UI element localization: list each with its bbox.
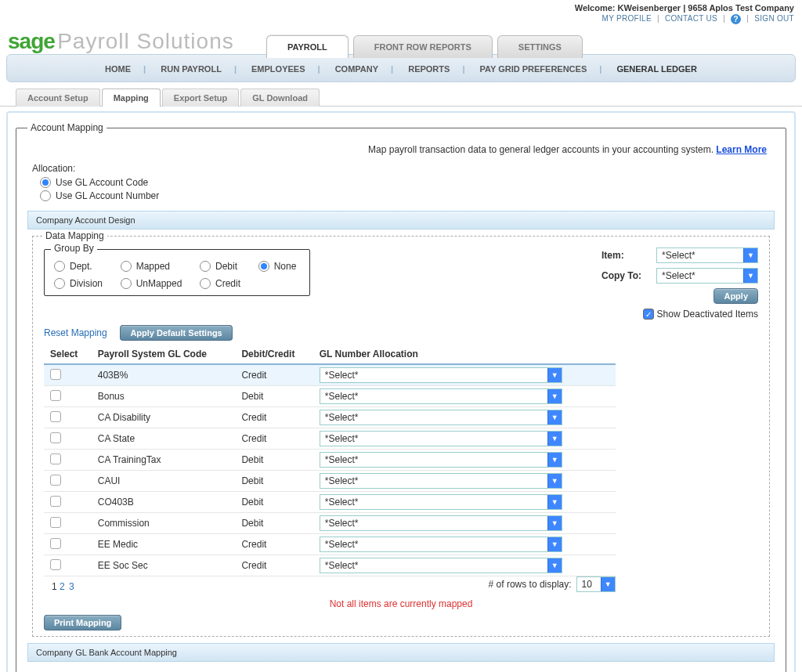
- row-dc: Debit: [235, 386, 312, 407]
- menu-reports[interactable]: REPORTS: [402, 64, 456, 74]
- row-checkbox[interactable]: [50, 390, 61, 401]
- radio-gl-account-code[interactable]: [40, 177, 51, 188]
- row-checkbox[interactable]: [50, 432, 61, 443]
- table-row: CA DisabilityCredit*Select*▼: [44, 407, 616, 428]
- col-code: Payroll System GL Code: [92, 345, 236, 364]
- row-gl-select[interactable]: *Select*▼: [320, 388, 562, 404]
- allocation-title: Allocation:: [32, 163, 775, 174]
- col-gl: GL Number Allocation: [313, 345, 616, 364]
- page-1[interactable]: 1: [52, 581, 57, 592]
- radio-none[interactable]: [258, 261, 269, 272]
- table-row: 403B%Credit*Select*▼: [44, 364, 616, 386]
- menu-home[interactable]: HOME: [99, 64, 137, 74]
- table-row: CA TrainingTaxDebit*Select*▼: [44, 450, 616, 471]
- radio-credit[interactable]: [200, 278, 211, 289]
- menu-employees[interactable]: EMPLOYEES: [245, 64, 311, 74]
- table-row: CommissionDebit*Select*▼: [44, 513, 616, 534]
- subtab-mapping[interactable]: Mapping: [102, 89, 161, 107]
- group-by-box: Group By Dept. Mapped Debit None Divisio…: [44, 249, 310, 296]
- brand-sage: sage: [8, 29, 55, 54]
- row-checkbox[interactable]: [50, 559, 61, 570]
- radio-gl-account-number[interactable]: [40, 190, 51, 201]
- menu-run-payroll[interactable]: RUN PAYROLL: [154, 64, 228, 74]
- checkbox-show-deactivated[interactable]: ✓: [643, 309, 654, 320]
- row-dc: Debit: [235, 513, 312, 534]
- tab-front-row-reports[interactable]: FRONT ROW REPORTS: [353, 35, 493, 58]
- row-dc: Credit: [235, 407, 312, 428]
- row-dc: Debit: [235, 492, 312, 513]
- chevron-down-icon: ▼: [547, 537, 562, 551]
- mapping-table: Select Payroll System GL Code Debit/Cred…: [44, 345, 616, 576]
- print-mapping-button[interactable]: Print Mapping: [44, 615, 121, 630]
- row-gl-select[interactable]: *Select*▼: [320, 367, 562, 383]
- row-checkbox[interactable]: [50, 369, 61, 380]
- apply-default-settings-button[interactable]: Apply Default Settings: [120, 325, 232, 341]
- row-gl-select[interactable]: *Select*▼: [320, 410, 562, 425]
- row-gl-select[interactable]: *Select*▼: [320, 452, 562, 468]
- row-code: CAUI: [92, 471, 236, 492]
- rows-display-select[interactable]: 10 ▼: [576, 576, 616, 592]
- sign-out-link[interactable]: SIGN OUT: [754, 14, 794, 23]
- radio-unmapped[interactable]: [121, 278, 132, 289]
- row-gl-select[interactable]: *Select*▼: [320, 473, 562, 489]
- subtab-gl-download[interactable]: GL Download: [240, 89, 320, 107]
- row-code: CA TrainingTax: [92, 450, 236, 471]
- subtab-account-setup[interactable]: Account Setup: [16, 89, 100, 107]
- data-mapping-legend: Data Mapping: [42, 230, 107, 241]
- my-profile-link[interactable]: MY PROFILE: [602, 14, 652, 23]
- page-3[interactable]: 3: [69, 581, 74, 592]
- tab-settings[interactable]: SETTINGS: [497, 35, 583, 58]
- page-2[interactable]: 2: [60, 581, 65, 592]
- select-copy-to[interactable]: *Select* ▼: [656, 268, 758, 284]
- learn-more-link[interactable]: Learn More: [716, 144, 767, 155]
- welcome-prefix: Welcome:: [575, 3, 616, 13]
- row-dc: Credit: [235, 534, 312, 555]
- chevron-down-icon: ▼: [743, 248, 757, 262]
- right-controls: Item: *Select* ▼ Copy To: *Select* ▼ App…: [602, 247, 758, 320]
- row-gl-select[interactable]: *Select*▼: [320, 515, 562, 531]
- row-dc: Credit: [235, 555, 312, 576]
- bank-mapping-bar: Company GL Bank Account Mapping: [27, 643, 775, 662]
- row-dc: Credit: [235, 428, 312, 450]
- menu-general-ledger[interactable]: GENERAL LEDGER: [610, 64, 703, 74]
- row-checkbox[interactable]: [50, 411, 61, 422]
- subtab-export-setup[interactable]: Export Setup: [162, 89, 239, 107]
- contact-us-link[interactable]: CONTACT US: [665, 14, 717, 23]
- radio-division[interactable]: [54, 278, 65, 289]
- sub-tabs: Account Setup Mapping Export Setup GL Do…: [16, 89, 802, 107]
- account-mapping-legend: Account Mapping: [27, 122, 107, 133]
- company-account-design-bar: Company Account Design: [27, 211, 775, 229]
- row-checkbox[interactable]: [50, 475, 61, 486]
- row-gl-select[interactable]: *Select*▼: [320, 537, 562, 552]
- radio-dept[interactable]: [54, 261, 65, 272]
- radio-debit[interactable]: [200, 261, 211, 272]
- chevron-down-icon: ▼: [547, 432, 562, 446]
- table-row: EE Soc SecCredit*Select*▼: [44, 555, 616, 576]
- row-code: Commission: [92, 513, 236, 534]
- welcome-company: 9658 Aplos Test Company: [688, 3, 794, 13]
- tab-payroll[interactable]: PAYROLL: [266, 35, 349, 58]
- row-gl-select[interactable]: *Select*▼: [320, 431, 562, 446]
- radio-mapped[interactable]: [121, 261, 132, 272]
- help-icon[interactable]: ?: [731, 14, 741, 24]
- menu-pay-grid[interactable]: PAY GRID PREFERENCES: [474, 64, 594, 74]
- account-mapping-fieldset: Account Mapping Map payroll transaction …: [16, 122, 786, 672]
- row-checkbox[interactable]: [50, 538, 61, 549]
- label-item: Item:: [602, 250, 656, 261]
- row-gl-select[interactable]: *Select*▼: [320, 558, 562, 573]
- apply-button[interactable]: Apply: [713, 288, 758, 304]
- col-select: Select: [44, 345, 92, 364]
- row-checkbox[interactable]: [50, 517, 61, 528]
- row-checkbox[interactable]: [50, 453, 61, 464]
- row-dc: Debit: [235, 450, 312, 471]
- reset-mapping-link[interactable]: Reset Mapping: [44, 327, 107, 338]
- row-code: 403B%: [92, 364, 236, 386]
- mapping-warning: Not all items are currently mapped: [44, 598, 758, 609]
- table-row: CA StateCredit*Select*▼: [44, 428, 616, 450]
- row-gl-select[interactable]: *Select*▼: [320, 494, 562, 510]
- row-code: EE Soc Sec: [92, 555, 236, 576]
- label-copy-to: Copy To:: [602, 270, 656, 281]
- select-item[interactable]: *Select* ▼: [656, 247, 758, 263]
- menu-company[interactable]: COMPANY: [329, 64, 385, 74]
- row-checkbox[interactable]: [50, 496, 61, 507]
